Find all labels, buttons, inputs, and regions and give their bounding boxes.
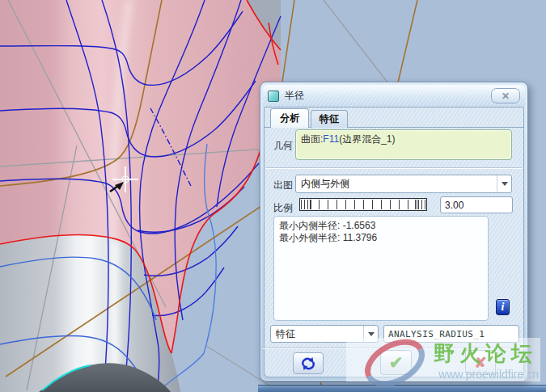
plot-dropdown-value: 内侧与外侧 bbox=[301, 177, 349, 191]
geometry-value-suffix: (边界混合_1) bbox=[339, 133, 395, 145]
thumbwheel-cap-right bbox=[415, 200, 425, 209]
geometry-label: 几何 bbox=[273, 139, 293, 153]
info-icon[interactable]: i bbox=[496, 299, 510, 315]
geometry-value-prefix: 曲面: bbox=[301, 133, 323, 145]
geometry-collector-field[interactable]: 曲面:F11(边界混合_1) bbox=[295, 129, 512, 160]
dialog-cube-icon bbox=[268, 91, 279, 102]
chevron-down-icon[interactable] bbox=[497, 175, 511, 192]
geometry-feature-id: F11 bbox=[323, 133, 339, 145]
swirl-logo-icon bbox=[354, 338, 435, 388]
section-divider bbox=[266, 167, 522, 169]
feature-type-value: 特征 bbox=[276, 327, 295, 341]
results-box[interactable]: 最小内侧半径: -1.6563 最小外侧半径: 11.3796 bbox=[273, 216, 489, 321]
scale-value-input[interactable] bbox=[440, 196, 513, 213]
scale-label: 比例 bbox=[273, 201, 293, 215]
thumbwheel-ticks bbox=[301, 200, 425, 209]
result-min-outer-radius: 最小外侧半径: 11.3796 bbox=[279, 232, 483, 244]
dialog-title: 半径 bbox=[285, 89, 304, 103]
result-min-inner-radius: 最小内侧半径: -1.6563 bbox=[279, 220, 483, 232]
watermark-site-url: www.proewildfire.cn bbox=[438, 368, 539, 381]
forum-watermark: 野火论坛 www.proewildfire.cn bbox=[346, 338, 540, 381]
plot-label: 出图 bbox=[273, 179, 293, 192]
tab-feature[interactable]: 特征 bbox=[311, 110, 348, 128]
plot-dropdown[interactable]: 内侧与外侧 bbox=[295, 175, 512, 193]
repeat-analysis-button[interactable] bbox=[293, 352, 324, 374]
tab-analysis[interactable]: 分析 bbox=[270, 108, 309, 128]
close-icon[interactable]: ✕ bbox=[491, 88, 520, 103]
radius-analysis-dialog: 半径 ✕ 分析 特征 几何 曲面:F11(边界混合_1) 出图 内侧与外侧 比例… bbox=[260, 82, 528, 381]
thumbwheel-cap-left bbox=[301, 200, 311, 209]
refresh-icon bbox=[299, 356, 317, 372]
watermark-site-name: 野火论坛 bbox=[434, 339, 537, 368]
dialog-titlebar[interactable]: 半径 ✕ bbox=[263, 85, 525, 107]
app-screenshot: 半径 ✕ 分析 特征 几何 曲面:F11(边界混合_1) 出图 内侧与外侧 比例… bbox=[0, 0, 546, 392]
scale-thumbwheel[interactable] bbox=[299, 198, 427, 211]
